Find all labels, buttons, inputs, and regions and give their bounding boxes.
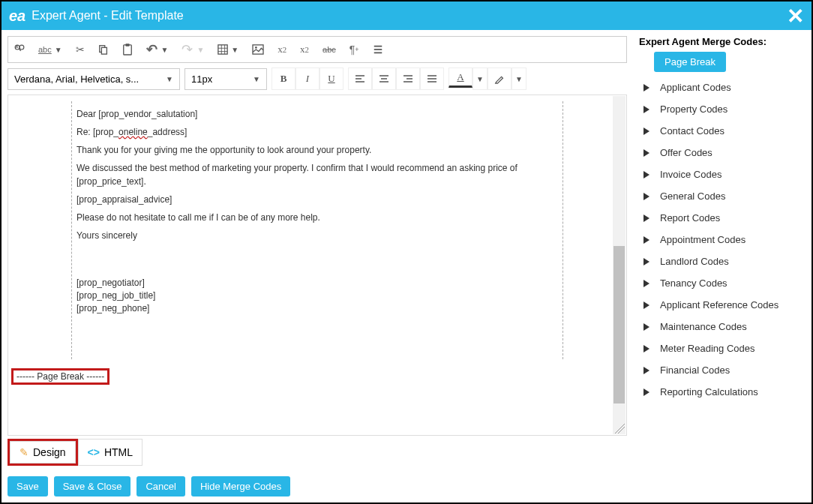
redo-icon[interactable]: ↷ ▼ (182, 41, 204, 58)
align-justify-button[interactable] (420, 68, 444, 90)
spellcheck-icon[interactable]: abc ▼ (38, 44, 62, 56)
merge-item-label: Applicant Reference Codes (660, 299, 778, 310)
expand-icon (644, 345, 650, 352)
save-button[interactable]: Save (8, 476, 48, 496)
highlight-dropdown[interactable]: ▼ (512, 68, 526, 90)
merge-item-reporting[interactable]: Reporting Calculations (639, 381, 806, 403)
save-close-button[interactable]: Save & Close (54, 476, 131, 496)
merge-item-financial[interactable]: Financial Codes (639, 359, 806, 381)
tab-html[interactable]: <> HTML (78, 439, 142, 466)
find-icon[interactable] (14, 44, 25, 55)
font-family-value: Verdana, Arial, Helvetica, s... (14, 74, 139, 85)
window-title: Expert Agent - Edit Template (32, 9, 183, 22)
superscript-icon[interactable]: x2 (278, 44, 286, 56)
salutation-code: [prop_vendor_salutation] (98, 109, 197, 119)
scroll-thumb[interactable] (614, 246, 625, 404)
font-color-button[interactable]: A (448, 68, 472, 88)
merge-item-maintenance[interactable]: Maintenance Codes (639, 316, 806, 338)
align-center-button[interactable] (372, 68, 396, 90)
tab-html-label: HTML (104, 446, 133, 458)
signoff: Yours sincerely (76, 229, 558, 242)
align-left-button[interactable] (348, 68, 372, 90)
font-family-select[interactable]: Verdana, Arial, Helvetica, s...▼ (8, 68, 180, 90)
merge-item-label: Report Codes (660, 212, 720, 224)
resize-grip[interactable] (614, 423, 625, 434)
font-color-dropdown[interactable]: ▼ (472, 68, 488, 90)
table-icon[interactable]: ▼ (218, 44, 238, 56)
merge-heading: Expert Agent Merge Codes: (639, 36, 806, 47)
merge-item-report[interactable]: Report Codes (639, 207, 806, 229)
pencil-icon: ✎ (20, 446, 28, 458)
strikethrough-icon[interactable]: abc (322, 45, 336, 54)
svg-rect-12 (253, 45, 263, 54)
merge-item-label: Appointment Codes (660, 234, 746, 245)
merge-item-label: Meter Reading Codes (660, 343, 754, 354)
merge-item-invoice[interactable]: Invoice Codes (639, 164, 806, 185)
expand-icon (644, 280, 650, 287)
font-size-select[interactable]: 11px▼ (184, 68, 267, 90)
merge-item-label: Landlord Codes (660, 256, 729, 267)
svg-rect-6 (125, 44, 129, 46)
expand-icon (644, 84, 650, 92)
svg-rect-5 (123, 45, 131, 55)
code-icon: <> (88, 446, 100, 458)
scrollbar[interactable] (613, 96, 626, 434)
svg-point-2 (20, 45, 24, 50)
re-suffix: _address] (148, 127, 188, 137)
expand-icon (644, 236, 650, 244)
cut-icon[interactable]: ✂ (76, 44, 85, 56)
italic-button[interactable]: I (296, 68, 320, 90)
sig-jobtitle: [prop_neg_job_title] (76, 290, 558, 302)
tab-design-label: Design (33, 446, 66, 458)
font-size-value: 11px (191, 74, 212, 85)
merge-item-contact[interactable]: Contact Codes (639, 120, 806, 142)
line-height-icon[interactable] (373, 44, 383, 55)
sig-phone: [prop_neg_phone] (76, 302, 558, 315)
merge-item-landlord[interactable]: Landlord Codes (639, 250, 806, 272)
merge-item-property[interactable]: Property Codes (639, 98, 806, 120)
highlight-button[interactable] (488, 68, 512, 90)
merge-item-label: General Codes (660, 190, 725, 202)
sig-negotiator: [prop_negotiator] (76, 277, 558, 290)
paragraph-icon[interactable]: ¶+ (350, 44, 359, 56)
pagebreak-marker: ------ Page Break ------ (16, 371, 104, 382)
re-prefix: Re: [prop_ (76, 127, 118, 137)
hide-merge-codes-button[interactable]: Hide Merge Codes (191, 476, 290, 496)
editor-area[interactable]: Dear [prop_vendor_salutation] Re: [prop_… (8, 94, 627, 436)
expand-icon (644, 302, 650, 309)
copy-icon[interactable] (98, 44, 109, 55)
merge-item-appointment[interactable]: Appointment Codes (639, 229, 806, 250)
merge-item-label: Applicant Codes (660, 82, 731, 93)
expand-icon (644, 106, 650, 113)
advice-code: [prop_appraisal_advice] (76, 193, 558, 206)
svg-rect-4 (101, 47, 106, 54)
merge-item-tenancy[interactable]: Tenancy Codes (639, 272, 806, 294)
close-icon[interactable]: ✕ (787, 4, 804, 28)
titlebar: ea Expert Agent - Edit Template ✕ (2, 2, 812, 30)
undo-icon[interactable]: ↶ ▼ (146, 41, 169, 58)
bold-button[interactable]: B (272, 68, 296, 90)
merge-panel: Expert Agent Merge Codes: Page Break App… (633, 30, 812, 502)
toolbar-primary: abc ▼ ✂ ↶ ▼ ↷ ▼ ▼ x2 x2 abc ¶+ (8, 36, 627, 63)
merge-item-meter[interactable]: Meter Reading Codes (639, 338, 806, 359)
underline-button[interactable]: U (320, 68, 344, 90)
merge-item-applicant[interactable]: Applicant Codes (639, 76, 806, 98)
expand-icon (644, 258, 650, 266)
tab-design[interactable]: ✎ Design (10, 441, 76, 464)
pagebreak-button[interactable]: Page Break (654, 52, 726, 72)
expand-icon (644, 171, 650, 178)
image-icon[interactable] (252, 44, 264, 55)
app-logo: ea (9, 8, 26, 25)
merge-item-offer[interactable]: Offer Codes (639, 142, 806, 164)
subscript-icon[interactable]: x2 (300, 44, 309, 56)
toolbar-format: Verdana, Arial, Helvetica, s...▼ 11px▼ B… (8, 63, 627, 94)
cancel-button[interactable]: Cancel (136, 476, 184, 496)
paste-icon[interactable] (122, 44, 133, 56)
expand-icon (644, 388, 650, 396)
expand-icon (644, 149, 650, 157)
align-right-button[interactable] (396, 68, 420, 90)
merge-item-general[interactable]: General Codes (639, 185, 806, 207)
expand-icon (644, 214, 650, 222)
merge-item-applicant-ref[interactable]: Applicant Reference Codes (639, 294, 806, 316)
para3: Please do not hesitate to call me if I c… (76, 211, 558, 224)
